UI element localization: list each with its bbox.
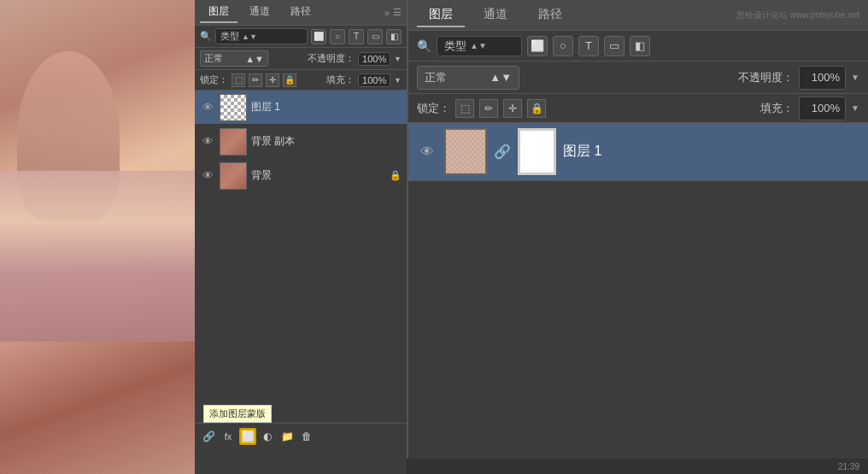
tab-paths-left[interactable]: 路径	[282, 2, 320, 23]
layer-1-name: 图层 1	[251, 100, 402, 114]
left-lock-move-btn[interactable]: ✛	[266, 73, 279, 87]
left-fill-arrow: ▼	[394, 76, 402, 85]
left-blend-value: 正常	[204, 52, 223, 65]
right-search-icon: 🔍	[417, 39, 431, 53]
layer-3-lock-icon: 🔒	[390, 170, 402, 181]
right-lock-all-btn[interactable]: 🔒	[527, 99, 546, 118]
search-icon: 🔍	[200, 31, 212, 42]
left-icon-adjust[interactable]: ◧	[386, 29, 402, 44]
right-opacity-label: 不透明度：	[738, 70, 794, 85]
right-blend-select[interactable]: 正常 ▲▼	[417, 66, 519, 90]
right-search-box[interactable]: 类型 ▲▼	[437, 36, 522, 56]
new-group-button[interactable]: 📁	[279, 428, 296, 445]
layer-2-thumb	[220, 128, 247, 155]
layer-3-eye[interactable]: 👁	[200, 168, 215, 184]
left-search-box[interactable]: 类型 ▲▼	[215, 28, 308, 44]
right-icon-shape[interactable]: ▭	[604, 36, 625, 56]
layer-item-1[interactable]: 👁 图层 1	[195, 91, 407, 125]
tabs-expand-icon[interactable]: »	[384, 8, 390, 18]
link-button[interactable]: 🔗	[200, 428, 217, 445]
tab-channels-right[interactable]: 通道	[472, 3, 519, 27]
right-layer-thumb-texture	[444, 128, 487, 175]
left-blend-arrow: ▲▼	[245, 54, 264, 64]
left-lock-label: 锁定：	[200, 73, 228, 86]
left-opacity-label: 不透明度：	[308, 52, 355, 65]
left-fill-value[interactable]: 100%	[358, 73, 390, 87]
right-layer-eye[interactable]: 👁	[417, 142, 437, 162]
right-fill-arrow: ▼	[851, 103, 859, 113]
left-blend-row: 正常 ▲▼ 不透明度： 100% ▼	[195, 48, 407, 70]
right-opacity-arrow: ▼	[851, 73, 859, 82]
left-icon-shape[interactable]: ▭	[367, 29, 383, 44]
right-lock-pixel-btn[interactable]: ⬚	[455, 99, 474, 118]
status-time: 21:39	[838, 462, 859, 471]
left-opacity-value[interactable]: 100%	[358, 52, 390, 66]
layer-3-name: 背景	[251, 168, 385, 183]
adjustment-button[interactable]: ◐	[259, 428, 276, 445]
left-lock-row: 锁定： ⬚ ✏ ✛ 🔒 填充： 100% ▼	[195, 70, 407, 91]
tab-paths-right[interactable]: 路径	[526, 3, 574, 27]
left-icon-text[interactable]: T	[349, 29, 364, 44]
right-lock-move-btn[interactable]: ✛	[503, 99, 522, 118]
layer-1-thumb	[220, 94, 247, 121]
left-tabs-row: 图层 通道 路径 » ☰	[195, 0, 407, 26]
right-layer-thumb-mask	[518, 128, 556, 175]
right-opacity-value[interactable]: 100%	[799, 66, 846, 90]
left-icon-circle[interactable]: ○	[330, 29, 345, 44]
right-layer-item-1[interactable]: 👁 🔗 图层 1	[408, 123, 868, 181]
right-search-label: 类型	[444, 38, 466, 54]
photo-area	[0, 0, 195, 474]
tab-layers-right[interactable]: 图层	[417, 3, 465, 27]
right-chain-icon: 🔗	[494, 143, 511, 160]
tab-layers-left[interactable]: 图层	[200, 2, 238, 23]
right-fill-label: 填充：	[760, 101, 794, 116]
layer-3-thumb	[220, 162, 247, 190]
left-bottom-toolbar: 🔗 fx ⬜ ◐ 📁 🗑	[195, 423, 407, 448]
right-lock-row: 锁定： ⬚ ✏ ✛ 🔒 填充： 100% ▼	[408, 94, 868, 123]
layer-1-eye[interactable]: 👁	[200, 100, 215, 115]
right-icon-adjust[interactable]: ◧	[630, 36, 650, 56]
left-lock-paint-btn[interactable]: ✏	[249, 73, 262, 87]
left-fill-label: 填充：	[326, 73, 355, 86]
left-opacity-arrow: ▼	[394, 55, 402, 63]
right-fill-value[interactable]: 100%	[799, 97, 846, 120]
tabs-menu-icon[interactable]: ☰	[393, 7, 402, 18]
right-tabs-row: 图层 通道 路径 思绘设计论坛 www.pntsyuhe.net	[408, 0, 868, 31]
fx-button[interactable]: fx	[220, 428, 237, 445]
right-icon-text[interactable]: T	[578, 36, 599, 56]
left-search-label: 类型	[220, 30, 239, 43]
right-watermark-text: 思绘设计论坛 www.pntsyuhe.net	[736, 9, 859, 21]
left-icon-image[interactable]: ⬜	[311, 29, 326, 44]
right-status-bar: 21:39	[407, 459, 868, 474]
layer-2-name: 背景 副本	[251, 134, 402, 149]
left-search-arrow: ▲▼	[242, 32, 257, 41]
left-panel: 图层 通道 路径 » ☰ 🔍 类型 ▲▼ ⬜ ○ T ▭ ◧ 正常 ▲▼ 不透明…	[195, 0, 407, 448]
right-lock-label: 锁定：	[417, 101, 450, 116]
left-layers-list: 👁 图层 1 👁 背景 副本 👁 背景 🔒	[195, 91, 407, 423]
right-panel: 图层 通道 路径 思绘设计论坛 www.pntsyuhe.net 🔍 类型 ▲▼…	[407, 0, 868, 474]
left-blend-select[interactable]: 正常 ▲▼	[200, 50, 268, 67]
right-layer-name: 图层 1	[563, 143, 859, 161]
right-blend-value: 正常	[425, 70, 447, 85]
left-lock-all-btn[interactable]: 🔒	[283, 73, 296, 87]
right-blend-row: 正常 ▲▼ 不透明度： 100% ▼	[408, 61, 868, 94]
right-search-row: 🔍 类型 ▲▼ ⬜ ○ T ▭ ◧	[408, 31, 868, 61]
trash-button[interactable]: 🗑	[298, 428, 315, 445]
left-lock-pixel-btn[interactable]: ⬚	[232, 73, 245, 87]
add-mask-button[interactable]: ⬜	[239, 428, 256, 445]
right-icon-image[interactable]: ⬜	[527, 36, 548, 56]
right-search-arrow: ▲▼	[470, 41, 487, 50]
left-search-row: 🔍 类型 ▲▼ ⬜ ○ T ▭ ◧	[195, 26, 407, 48]
layer-2-eye[interactable]: 👁	[200, 134, 215, 149]
tooltip-add-mask: 添加图层蒙版	[203, 405, 272, 423]
right-blend-arrow: ▲▼	[490, 71, 512, 84]
layer-item-3[interactable]: 👁 背景 🔒	[195, 159, 407, 193]
layer-item-2[interactable]: 👁 背景 副本	[195, 125, 407, 159]
right-lock-paint-btn[interactable]: ✏	[479, 99, 498, 118]
right-icon-circle[interactable]: ○	[553, 36, 573, 56]
tab-channels-left[interactable]: 通道	[241, 2, 279, 23]
